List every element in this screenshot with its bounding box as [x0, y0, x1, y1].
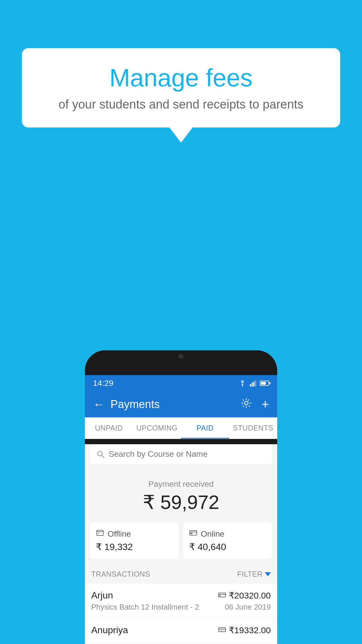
- app-title: Payments: [110, 398, 235, 411]
- tab-unpaid[interactable]: UNPAID: [85, 417, 133, 439]
- offline-payment-card: Offline ₹ 19,332: [90, 522, 179, 559]
- transaction-date: 06 June 2019: [225, 603, 271, 612]
- search-icon: [96, 450, 105, 458]
- online-card-amount: ₹ 40,640: [189, 541, 266, 552]
- speech-bubble-wrapper: Manage fees of your students and send re…: [22, 48, 340, 127]
- svg-rect-3: [253, 382, 254, 386]
- svg-text:₹: ₹: [221, 630, 222, 632]
- svg-point-0: [242, 385, 243, 386]
- back-button[interactable]: ←: [93, 398, 105, 411]
- status-icons: [238, 380, 269, 386]
- plus-button[interactable]: +: [261, 397, 269, 412]
- bubble-title: Manage fees: [39, 64, 323, 92]
- offline-card-type: Offline: [108, 529, 131, 539]
- battery-icon: [260, 381, 269, 386]
- transaction-name-2: Anupriya: [91, 625, 128, 636]
- phone-notch: [164, 350, 198, 363]
- transaction-top: Arjun ₹20320.00: [91, 590, 271, 601]
- transactions-label: TRANSACTIONS: [91, 570, 150, 578]
- svg-rect-2: [252, 383, 253, 386]
- filter-button[interactable]: FILTER: [237, 570, 271, 578]
- transaction-amount-wrap: ₹20320.00: [218, 590, 271, 601]
- transactions-header: TRANSACTIONS FILTER: [85, 565, 277, 584]
- svg-rect-11: [190, 531, 197, 535]
- speech-bubble: Manage fees of your students and send re…: [22, 48, 340, 127]
- transaction-bottom: Physics Batch 12 Installment - 2 06 June…: [91, 603, 271, 612]
- svg-rect-8: [97, 530, 103, 536]
- payment-received-amount: ₹ 59,972: [91, 491, 271, 514]
- filter-triangle-icon: [265, 572, 271, 576]
- search-bar: [90, 444, 272, 464]
- svg-rect-16: [219, 595, 221, 596]
- gear-button[interactable]: [241, 398, 252, 411]
- wifi-icon: [238, 380, 247, 386]
- svg-point-6: [98, 451, 102, 456]
- transaction-cash-icon: ₹: [218, 626, 226, 635]
- transaction-row[interactable]: Arjun ₹20320.00 Physics Batch 12 Install…: [85, 584, 277, 618]
- payment-received: Payment received ₹ 59,972: [85, 469, 277, 522]
- status-bar: 14:29: [85, 375, 277, 391]
- tab-paid[interactable]: PAID: [181, 417, 229, 439]
- svg-rect-4: [255, 380, 256, 386]
- online-icon: [189, 529, 197, 539]
- transaction-amount-wrap-2: ₹ ₹19332.00: [218, 625, 271, 635]
- search-input[interactable]: [109, 449, 266, 459]
- bubble-subtitle: of your students and send receipts to pa…: [39, 97, 323, 111]
- transaction-amount-2: ₹19332.00: [229, 625, 271, 635]
- offline-card-amount: ₹ 19,332: [96, 541, 173, 552]
- phone-top: [85, 350, 277, 375]
- svg-point-5: [245, 401, 248, 405]
- transaction-detail: Physics Batch 12 Installment - 2: [91, 603, 199, 612]
- tab-upcoming[interactable]: UPCOMING: [133, 417, 181, 439]
- transaction-amount: ₹20320.00: [229, 590, 271, 601]
- tab-students[interactable]: STUDENTS: [229, 417, 277, 439]
- svg-line-7: [102, 456, 104, 458]
- app-bar: ← Payments +: [85, 391, 277, 417]
- phone-camera: [178, 354, 184, 359]
- signal-icon: [250, 380, 257, 386]
- payment-received-label: Payment received: [91, 480, 271, 489]
- svg-rect-1: [250, 384, 251, 386]
- tabs: UNPAID UPCOMING PAID STUDENTS: [85, 417, 277, 439]
- svg-rect-13: [191, 533, 192, 534]
- online-card-header: Online: [189, 529, 266, 539]
- online-card-type: Online: [201, 529, 224, 539]
- status-time: 14:29: [93, 379, 113, 388]
- transaction-name: Arjun: [91, 590, 113, 601]
- payment-cards: Offline ₹ 19,332 Online ₹ 40,640: [85, 522, 277, 565]
- online-payment-card: Online ₹ 40,640: [183, 522, 272, 559]
- screen-content: Payment received ₹ 59,972 Offline ₹: [85, 444, 277, 644]
- svg-rect-14: [219, 593, 226, 597]
- transaction-row-2[interactable]: Anupriya ₹ ₹19332.00: [85, 618, 277, 644]
- filter-label: FILTER: [237, 570, 263, 578]
- offline-icon: [96, 529, 104, 539]
- transaction-card-icon: [218, 591, 226, 600]
- offline-card-header: Offline: [96, 529, 173, 539]
- transaction-top-2: Anupriya ₹ ₹19332.00: [91, 625, 271, 636]
- phone-frame: 14:29 ← Payments: [85, 350, 277, 644]
